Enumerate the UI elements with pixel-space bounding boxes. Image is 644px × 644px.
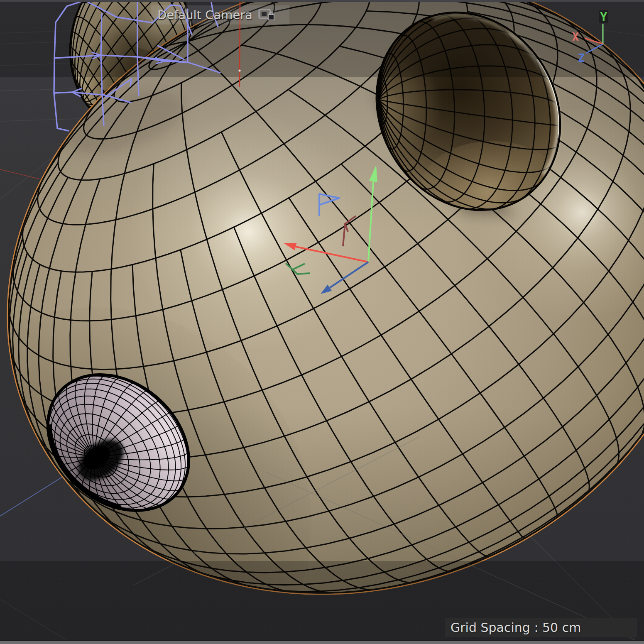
- camera-label-button[interactable]: Default Camera: [151, 5, 289, 24]
- camera-label: Default Camera: [157, 8, 252, 22]
- vertex-highlight-dot: [239, 70, 241, 72]
- viewport-canvas[interactable]: [0, 0, 644, 644]
- grid-spacing-label: Grid Spacing : 50 cm: [451, 620, 581, 635]
- safe-frame-tint-top: [0, 0, 644, 77]
- window-top-edge: [0, 0, 644, 2]
- window-bottom-edge[interactable]: [0, 640, 644, 644]
- axis-z-label: Z: [578, 53, 585, 64]
- camera-lock-icon: [258, 7, 277, 22]
- scene-3d: [0, 0, 644, 644]
- grid-spacing-status: Grid Spacing : 50 cm: [445, 618, 637, 637]
- viewport[interactable]: Default Camera Grid Spacing : 50 cm Y X …: [0, 0, 644, 644]
- axis-x-label: X: [572, 32, 579, 42]
- axis-y-label: Y: [599, 10, 608, 23]
